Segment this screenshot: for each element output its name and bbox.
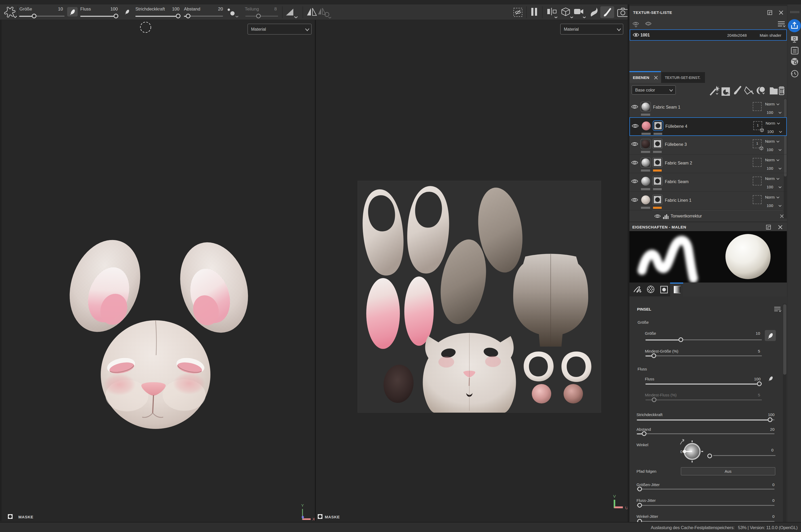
svg-text:0: 0 xyxy=(680,449,682,454)
svg-text:V: V xyxy=(613,494,616,498)
svg-text:Y: Y xyxy=(301,503,304,508)
svg-text:X: X xyxy=(312,517,315,521)
svg-text:1: 1 xyxy=(648,22,649,25)
